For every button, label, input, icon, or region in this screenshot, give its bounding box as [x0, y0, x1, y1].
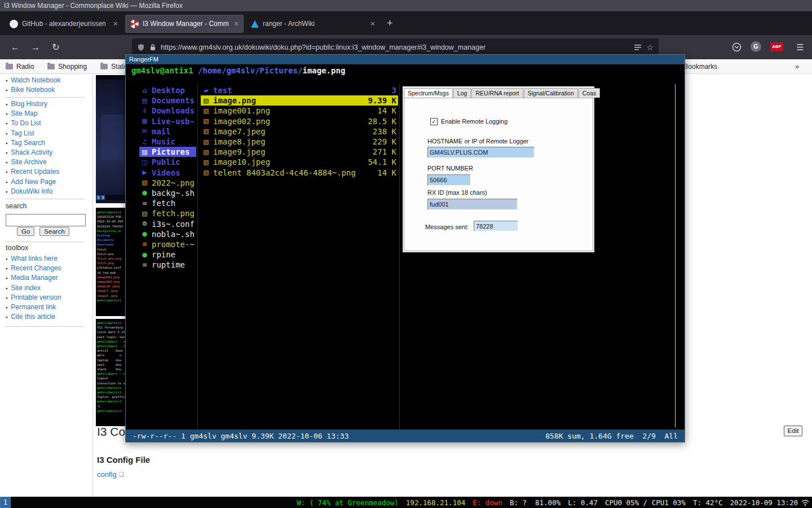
file-entry-row[interactable]: ▧ image.png 9.39 K — [201, 95, 398, 106]
toolbox-link[interactable]: What links here — [6, 254, 89, 264]
reload-button[interactable]: ↻ — [47, 39, 64, 56]
url-text: https://www.gm4slv.org.uk/dokuwiki/doku.… — [161, 43, 629, 51]
parent-entry-row[interactable]: ⚙ i3s~.conf — [139, 218, 196, 229]
file-size: 271 K — [373, 147, 396, 156]
hamburger-menu-icon[interactable]: ☰ — [792, 39, 808, 56]
sidebar-link[interactable]: Shack Activity — [6, 148, 89, 157]
toolbox-link[interactable]: Permanent link — [6, 303, 89, 312]
file-entry-row[interactable]: ▧ telent_8403a2cd-4c46-4884~.png 14 K — [201, 168, 398, 178]
parent-entry-row[interactable]: ▤ Documents — [139, 95, 196, 106]
adblock-plus-icon[interactable]: ABP — [770, 42, 783, 51]
file-name: telent_8403a2cd-4c46-4884~.png — [213, 168, 374, 177]
file-size: 28.5 K — [368, 117, 396, 126]
config-link[interactable]: config — [97, 470, 117, 479]
sidebar-link[interactable]: Recent Updates — [6, 167, 89, 177]
browser-tab-i3-wiki[interactable]: I3 Window Manager - Comm × — [125, 15, 244, 33]
bookmark-star-icon[interactable]: ☆ — [646, 43, 654, 52]
sidebar-link[interactable]: To Do List — [6, 119, 89, 128]
prompt-file: image.png — [302, 66, 345, 75]
toolbox-link[interactable]: Site index — [6, 283, 89, 293]
toolbox-link[interactable]: Printable version — [6, 293, 89, 303]
back-button[interactable]: ← — [7, 39, 24, 56]
padlock-icon[interactable] — [149, 43, 156, 51]
parent-entry-row[interactable]: ≡ ruptime — [139, 260, 196, 270]
file-name: Documents — [152, 96, 195, 105]
reader-mode-icon[interactable] — [634, 44, 642, 51]
status-block: W: ( 74% at Greenmeadow) — [297, 498, 399, 507]
search-input[interactable] — [6, 214, 86, 226]
i3-window-titlebar[interactable]: I3 Window Manager - Commonplace Wiki — M… — [0, 0, 812, 11]
parent-entry-row[interactable]: ✉ mail — [139, 126, 196, 137]
bookmark-folder[interactable]: Shopping — [47, 63, 87, 71]
parent-entry-row[interactable]: ● backg~.sh — [139, 188, 196, 198]
bookmark-folder[interactable]: Radio — [6, 63, 34, 71]
sidebar-link[interactable]: Site Map — [6, 109, 89, 119]
file-name: Downloads — [152, 106, 195, 115]
parent-entry-row[interactable]: ▦ Live-usb~ — [139, 116, 196, 126]
folder-icon — [6, 64, 13, 69]
divider — [5, 97, 85, 98]
tab-close-icon[interactable]: × — [370, 19, 375, 28]
status-block: E: down — [473, 498, 502, 507]
parent-entry-row[interactable]: ⇩ Downloads — [139, 106, 196, 116]
image-preview-pane[interactable]: Spectrum/MsgsLogREU/RNA reportSignal/Cal… — [403, 86, 594, 252]
file-entry-row[interactable]: ▧ image7.jpeg 238 K — [201, 126, 398, 137]
toolbox-link[interactable]: Media Manager — [6, 273, 89, 283]
parent-entry-row[interactable]: ⌂ Desktop — [139, 85, 196, 95]
forward-button[interactable]: → — [27, 39, 44, 56]
sidebar-link[interactable]: Site Archive — [6, 157, 89, 167]
workspace-button[interactable]: 1 — [0, 497, 11, 508]
tab-label: I3 Window Manager - Comm — [143, 20, 230, 28]
sidebar-link[interactable]: DokuWiki Info — [6, 187, 89, 196]
preview-dialog-tab: Spectrum/Msgs — [404, 88, 453, 98]
thumbnail-workspace: 1 — [96, 195, 100, 200]
file-type-icon: ≡ — [141, 200, 148, 207]
file-name: Videos — [152, 168, 195, 177]
tab-close-icon[interactable]: × — [113, 19, 118, 28]
parent-entry-row[interactable]: ▶ Videos — [139, 168, 196, 178]
pocket-icon[interactable] — [732, 42, 742, 52]
url-bar[interactable]: https://www.gm4slv.org.uk/dokuwiki/doku.… — [132, 38, 659, 56]
toolbox-link[interactable]: Recent Changes — [6, 264, 89, 273]
file-name: image.png — [213, 96, 364, 105]
file-entry-row[interactable]: ▧ image10.jpeg 54.1 K — [201, 157, 398, 167]
browser-tab-archwiki[interactable]: ranger - ArchWiki × — [246, 15, 380, 33]
ranger-window-titlebar[interactable]: RangerFM — [126, 55, 685, 64]
tab-close-icon[interactable]: × — [234, 19, 239, 28]
sidebar-nav-top: Watch NotebookBike Notebook — [6, 76, 89, 95]
parent-entry-row[interactable]: ♫ Music — [139, 137, 196, 147]
parent-entry-row[interactable]: ● nobla~.sh — [139, 229, 196, 239]
sidebar-link[interactable]: Bike Notebook — [6, 85, 89, 95]
file-entry-row[interactable]: ▧ image002.png 28.5 K — [201, 116, 398, 126]
file-entry-row[interactable]: ▧ image8.jpeg 229 K — [201, 137, 398, 147]
parent-entry-row[interactable]: ≡ fetch — [139, 198, 196, 208]
new-tab-button[interactable]: + — [387, 17, 393, 29]
go-button[interactable]: Go — [17, 227, 34, 236]
sidebar-link[interactable]: Watch Notebook — [6, 76, 89, 85]
edit-button[interactable]: Edit — [784, 426, 802, 436]
parent-entry-row[interactable]: ▧ fetch.png — [139, 208, 196, 218]
messages-sent-label: Messages sent: — [425, 224, 469, 230]
parent-entry-row[interactable]: ▨ Pictures — [139, 147, 196, 157]
browser-tab-github[interactable]: GitHub - alexanderjeurissen × — [5, 15, 123, 33]
file-entry-row[interactable]: ▧ image001.png 14 K — [201, 106, 398, 116]
sidebar-link[interactable]: Tag Search — [6, 138, 89, 148]
file-name: Pictures — [152, 147, 195, 156]
account-avatar[interactable]: G — [751, 41, 761, 52]
file-entry-row[interactable]: ▰ test 3 — [201, 85, 398, 95]
parent-entry-row[interactable]: ◫ Public — [139, 157, 196, 167]
file-type-icon: ▰ — [202, 87, 210, 94]
parent-entry-row[interactable]: ≡ promote-~ — [139, 239, 196, 249]
sidebar-link[interactable]: Add New Page — [6, 177, 89, 187]
sidebar-link[interactable]: Blog History — [6, 99, 89, 109]
directory-summary-status: 858K sum, 1.64G free 2/9 All — [545, 432, 678, 440]
toolbox-link[interactable]: Cite this article — [6, 312, 89, 322]
sidebar-link[interactable]: Tag List — [6, 129, 89, 138]
bookmarks-overflow-chevron-icon[interactable]: » — [795, 59, 799, 74]
tracking-protection-shield-icon[interactable] — [137, 43, 145, 51]
window-title: I3 Window Manager - Commonplace Wiki — M… — [4, 2, 183, 10]
parent-entry-row[interactable]: ● rpine — [139, 249, 196, 260]
search-button[interactable]: Search — [39, 227, 69, 236]
file-entry-row[interactable]: ▧ image9.jpeg 271 K — [201, 147, 398, 157]
parent-entry-row[interactable]: ▧ 2022~.png — [139, 178, 196, 188]
